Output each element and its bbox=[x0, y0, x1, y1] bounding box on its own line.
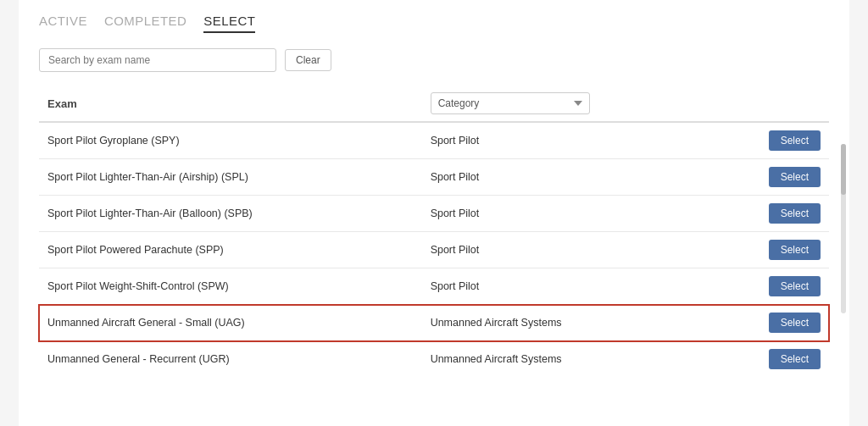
select-button[interactable]: Select bbox=[769, 167, 821, 187]
search-input[interactable] bbox=[39, 48, 276, 72]
select-button[interactable]: Select bbox=[769, 349, 821, 369]
action-cell: Select bbox=[710, 196, 829, 232]
table-row: Sport Pilot Powered Parachute (SPP)Sport… bbox=[39, 232, 829, 268]
select-button[interactable]: Select bbox=[769, 130, 821, 151]
exam-name-cell: Sport Pilot Gyroplane (SPY) bbox=[39, 122, 422, 159]
category-cell: Sport Pilot bbox=[422, 159, 710, 196]
search-row: Clear bbox=[39, 48, 829, 72]
action-cell: Select bbox=[710, 305, 829, 341]
category-cell: Sport Pilot bbox=[422, 232, 710, 268]
select-button[interactable]: Select bbox=[769, 240, 821, 260]
table-header-row: Exam Category Sport Pilot Unmanned Aircr… bbox=[39, 86, 829, 122]
table-row: Sport Pilot Lighter-Than-Air (Airship) (… bbox=[39, 159, 829, 196]
category-cell: Sport Pilot bbox=[422, 122, 710, 159]
action-cell: Select bbox=[710, 268, 829, 305]
action-column-header bbox=[710, 86, 829, 122]
tab-active[interactable]: ACTIVE bbox=[39, 14, 87, 33]
scrollbar-track[interactable] bbox=[841, 144, 846, 313]
exam-column-header: Exam bbox=[39, 86, 422, 122]
clear-button[interactable]: Clear bbox=[285, 49, 331, 71]
category-cell: Unmanned Aircraft Systems bbox=[422, 305, 710, 341]
action-cell: Select bbox=[710, 232, 829, 268]
tab-bar: ACTIVE COMPLETED SELECT bbox=[39, 14, 829, 33]
action-cell: Select bbox=[710, 122, 829, 159]
exam-name-cell: Unmanned Aircraft General - Small (UAG) bbox=[39, 305, 422, 341]
exam-table: Exam Category Sport Pilot Unmanned Aircr… bbox=[39, 86, 829, 377]
exam-name-cell: Sport Pilot Powered Parachute (SPP) bbox=[39, 232, 422, 268]
tab-select[interactable]: SELECT bbox=[203, 14, 255, 33]
table-row: Unmanned Aircraft General - Small (UAG)U… bbox=[39, 305, 829, 341]
category-cell: Unmanned Aircraft Systems bbox=[422, 341, 710, 378]
action-cell: Select bbox=[710, 159, 829, 196]
select-button[interactable]: Select bbox=[769, 313, 821, 333]
table-row: Sport Pilot Gyroplane (SPY)Sport PilotSe… bbox=[39, 122, 829, 159]
select-button[interactable]: Select bbox=[769, 276, 821, 296]
select-button[interactable]: Select bbox=[769, 203, 821, 224]
table-row: Sport Pilot Weight-Shift-Control (SPW)Sp… bbox=[39, 268, 829, 305]
exam-name-cell: Sport Pilot Lighter-Than-Air (Airship) (… bbox=[39, 159, 422, 196]
table-row: Unmanned General - Recurrent (UGR)Unmann… bbox=[39, 341, 829, 378]
action-cell: Select bbox=[710, 341, 829, 378]
category-filter[interactable]: Category Sport Pilot Unmanned Aircraft S… bbox=[431, 92, 590, 114]
exam-name-cell: Unmanned General - Recurrent (UGR) bbox=[39, 341, 422, 378]
table-row: Sport Pilot Lighter-Than-Air (Balloon) (… bbox=[39, 196, 829, 232]
exam-name-cell: Sport Pilot Lighter-Than-Air (Balloon) (… bbox=[39, 196, 422, 232]
category-cell: Sport Pilot bbox=[422, 196, 710, 232]
page-container: ACTIVE COMPLETED SELECT Clear Exam Categ… bbox=[19, 0, 849, 426]
tab-completed[interactable]: COMPLETED bbox=[104, 14, 186, 33]
category-column-header: Category Sport Pilot Unmanned Aircraft S… bbox=[422, 86, 710, 122]
category-cell: Sport Pilot bbox=[422, 268, 710, 305]
exam-name-cell: Sport Pilot Weight-Shift-Control (SPW) bbox=[39, 268, 422, 305]
scrollbar-thumb[interactable] bbox=[841, 144, 846, 195]
